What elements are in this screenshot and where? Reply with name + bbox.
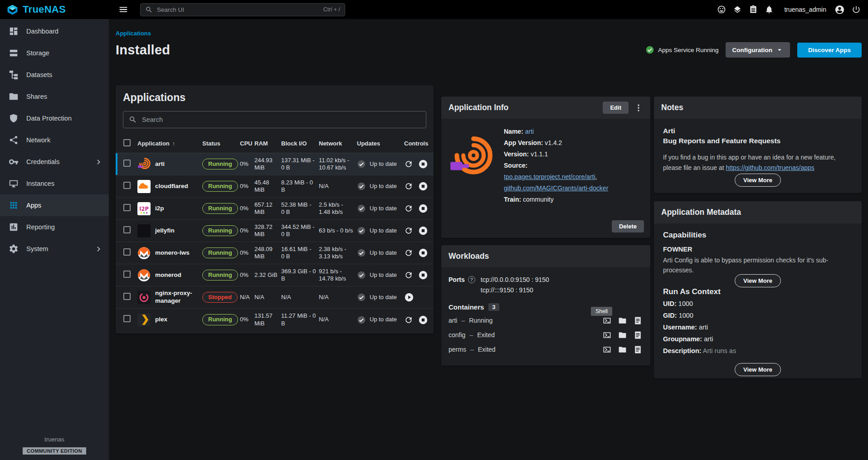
notifications-bell-icon[interactable] [765,5,774,14]
restart-button[interactable] [404,160,413,169]
table-row-nginx-proxy-manager[interactable]: nginx-proxy-manager Stopped N/A N/A N/A … [116,286,434,309]
global-search-input[interactable] [157,6,319,13]
sidebar-item-storage[interactable]: Storage [0,42,109,64]
shell-icon[interactable] [603,316,611,325]
delete-button[interactable]: Delete [612,220,644,232]
layers-icon[interactable] [733,5,742,14]
notes-heading: Arti [663,126,853,136]
row-checkbox[interactable] [123,315,131,322]
sidebar-toggle-button[interactable] [118,4,129,15]
row-checkbox[interactable] [123,271,131,278]
status-badge: Running [202,203,238,214]
app-name: arti [155,160,165,168]
shell-icon[interactable] [603,345,611,354]
stop-button[interactable] [418,159,428,169]
stop-button[interactable] [418,226,428,236]
table-row-plex[interactable]: plex Running 0% 131.57 MiB 11.27 MiB - 0… [116,309,434,331]
apps-search[interactable] [123,111,426,128]
sidebar-item-credentials[interactable]: Credentials [0,151,109,173]
shell-icon[interactable] [603,331,611,339]
stop-button[interactable] [418,181,428,191]
updates-label: Up to date [370,183,397,190]
username-label[interactable]: truenas_admin [784,6,826,13]
configuration-button[interactable]: Configuration [726,42,790,58]
cpu-value: N/A [240,294,254,301]
issues-link[interactable]: https://github.com/truenas/apps [726,164,814,171]
sidebar-item-shares[interactable]: Shares [0,86,109,107]
kebab-menu-icon[interactable] [634,103,643,112]
ports-help-icon[interactable]: ? [468,276,475,283]
table-row-arti[interactable]: arti Running 0% 244.93 MiB 137.31 MiB - … [116,153,434,175]
stop-button[interactable] [418,248,428,258]
notes-view-more-button[interactable]: View More [735,174,781,187]
restart-button[interactable] [404,248,413,257]
edit-button[interactable]: Edit [603,102,629,114]
browse-files-folder-icon[interactable] [618,316,627,325]
capabilities-view-more-button[interactable]: View More [735,274,781,287]
browse-files-folder-icon[interactable] [618,345,627,354]
row-checkbox[interactable] [123,226,131,233]
sidebar-item-network[interactable]: Network [0,129,109,151]
source-link[interactable]: github.com/MAGICGrants/arti-docker [504,184,608,192]
source-label: Source: [504,162,527,169]
sidebar-item-datasets[interactable]: Datasets [0,64,109,86]
application-metadata-card: Application Metadata Capabilities FOWNER… [654,201,862,378]
app-name-link[interactable]: arti [525,128,534,135]
cpu-value: 0% [240,205,254,212]
apps-search-input[interactable] [142,116,420,123]
view-logs-icon[interactable] [634,331,642,339]
breadcrumb[interactable]: Applications [116,30,151,37]
sidebar-item-label: Reporting [26,223,55,231]
table-row-cloudflared[interactable]: cloudflared Running 0% 45.48 MiB 8.23 Mi… [116,175,434,198]
select-all-checkbox[interactable] [123,139,131,146]
view-logs-icon[interactable] [634,316,642,325]
restart-button[interactable] [404,226,413,235]
table-row-jellyfin[interactable]: jellyfin Running 0% 328.72 MiB 344.52 Mi… [116,220,434,242]
discover-apps-button[interactable]: Discover Apps [797,43,862,58]
app-name: jellyfin [155,227,175,235]
sidebar-item-reporting[interactable]: Reporting [0,216,109,238]
restart-button[interactable] [404,315,413,324]
updates-label: Up to date [370,205,397,212]
column-header-application[interactable]: Application ↑ [137,140,202,147]
restart-button[interactable] [404,204,413,213]
sidebar-item-apps[interactable]: Apps [0,194,109,216]
truenas-logo[interactable]: TrueNAS [0,4,102,16]
account-circle-icon[interactable] [834,5,845,15]
metadata-view-more-button[interactable]: View More [735,363,781,376]
sidebar-item-dashboard[interactable]: Dashboard [0,20,109,42]
sidebar-item-system[interactable]: System [0,238,109,260]
groupname-value: arti [704,335,713,343]
table-row-monerod[interactable]: monerod Running 0% 2.32 GiB 369.3 GiB - … [116,264,434,286]
source-link[interactable]: tpo.pages.torproject.net/core/arti [504,173,595,180]
browse-files-folder-icon[interactable] [618,331,627,339]
start-button[interactable] [404,292,414,302]
row-checkbox[interactable] [123,160,131,167]
restart-button[interactable] [404,182,413,191]
row-checkbox[interactable] [123,248,131,256]
table-row-monero-lws[interactable]: monero-lws Running 0% 248.09 MiB 16.61 M… [116,242,434,264]
cloudflare-app-icon [137,180,151,193]
row-checkbox[interactable] [123,204,131,211]
row-checkbox[interactable] [123,293,131,300]
monero-app-icon [137,247,151,260]
table-row-i2p[interactable]: i2p Running 0% 657.12 MiB 52.38 MiB - 0 … [116,198,434,220]
app-name: i2p [155,205,164,213]
stop-button[interactable] [418,315,428,325]
menu-icon [118,5,128,15]
row-checkbox[interactable] [123,182,131,189]
power-icon[interactable] [852,5,861,14]
feedback-smiley-icon[interactable] [717,5,726,14]
restart-button[interactable] [404,271,413,280]
view-logs-icon[interactable] [634,345,642,354]
column-header-ram: RAM [254,140,281,147]
jobs-clipboard-icon[interactable] [749,5,758,14]
stop-button[interactable] [418,270,428,280]
container-name: arti [449,317,457,324]
global-search[interactable]: Ctrl + / [140,3,345,16]
block-io-value: 16.61 MiB - 0 B [281,246,319,261]
ram-value: 2.32 GiB [254,271,281,279]
stop-button[interactable] [418,203,428,213]
sidebar-item-instances[interactable]: Instances [0,173,109,194]
sidebar-item-data-protection[interactable]: Data Protection [0,107,109,129]
